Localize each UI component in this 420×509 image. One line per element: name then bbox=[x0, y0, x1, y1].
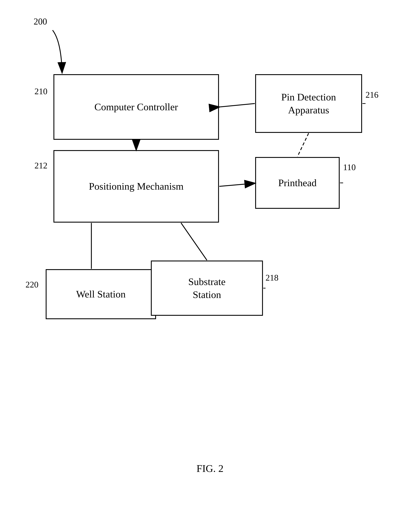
svg-line-7 bbox=[181, 223, 207, 260]
printhead-label: Printhead bbox=[278, 176, 316, 189]
ref-label-218: 218 bbox=[265, 273, 278, 283]
ref-label-110: 110 bbox=[343, 162, 356, 172]
svg-line-4 bbox=[297, 133, 309, 157]
svg-line-5 bbox=[219, 183, 255, 186]
box-substrate-station: Substrate Station bbox=[151, 261, 263, 316]
positioning-mechanism-label: Positioning Mechanism bbox=[89, 180, 183, 193]
ref-label-212: 212 bbox=[35, 161, 47, 170]
box-pin-detection: Pin Detection Apparatus bbox=[255, 74, 362, 133]
pin-detection-label: Pin Detection Apparatus bbox=[281, 91, 336, 117]
figure-label: FIG. 2 bbox=[196, 463, 224, 474]
ref-label-216: 216 bbox=[366, 90, 378, 100]
box-well-station: Well Station bbox=[46, 269, 156, 319]
well-station-label: Well Station bbox=[76, 288, 126, 301]
ref-label-200: 200 bbox=[34, 16, 47, 27]
box-printhead: Printhead bbox=[255, 157, 340, 209]
box-computer-controller: Computer Controller bbox=[53, 74, 219, 140]
ref-label-220: 220 bbox=[25, 279, 38, 290]
substrate-station-label: Substrate Station bbox=[188, 275, 225, 301]
diagram-container: 200 Computer Controller Pin Detection Ap… bbox=[0, 0, 420, 509]
ref-label-210: 210 bbox=[35, 86, 47, 96]
computer-controller-label: Computer Controller bbox=[95, 100, 178, 113]
svg-line-3 bbox=[219, 104, 255, 107]
box-positioning-mechanism: Positioning Mechanism bbox=[53, 150, 219, 223]
